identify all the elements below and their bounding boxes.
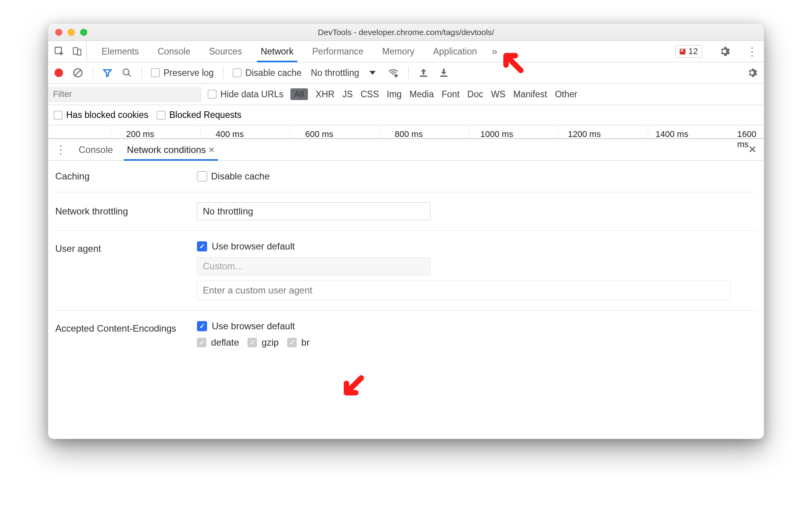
inspect-element-icon[interactable] — [54, 46, 65, 57]
disable-cache-checkbox[interactable]: Disable cache — [233, 68, 301, 78]
preserve-log-label: Preserve log — [163, 68, 214, 78]
svg-line-6 — [128, 74, 131, 77]
timeline-tick: 1600 ms — [737, 129, 764, 149]
export-har-icon[interactable] — [438, 67, 449, 78]
encodings-use-default[interactable]: Use browser default — [197, 321, 309, 332]
hide-data-urls-label: Hide data URLs — [220, 89, 283, 100]
titlebar: DevTools - developer.chrome.com/tags/dev… — [48, 24, 764, 41]
zoom-window-button[interactable] — [80, 29, 87, 36]
hide-data-urls-checkbox[interactable]: Hide data URLs — [208, 89, 283, 100]
drawer-tab-strip: ⋮ Console Network conditions ✕ ✕ — [48, 139, 764, 161]
category-js[interactable]: JS — [342, 89, 353, 100]
error-count: 12 — [689, 46, 698, 56]
chevron-down-icon — [369, 71, 376, 75]
network-conditions-icon[interactable] — [387, 67, 399, 79]
tab-performance[interactable]: Performance — [308, 41, 367, 62]
network-toolbar: Preserve log Disable cache No throttling — [48, 62, 764, 84]
checked-icon — [197, 321, 207, 331]
row-caching: Caching Disable cache — [55, 161, 757, 192]
tab-console[interactable]: Console — [154, 41, 194, 62]
close-window-button[interactable] — [55, 29, 62, 36]
timeline-tick: 1000 ms — [480, 129, 513, 139]
drawer-more-icon[interactable]: ⋮ — [55, 143, 67, 156]
tab-memory[interactable]: Memory — [378, 41, 418, 62]
svg-rect-2 — [77, 49, 81, 55]
filter-input[interactable] — [48, 87, 201, 102]
has-blocked-cookies-label: Has blocked cookies — [66, 110, 148, 120]
encoding-br: br — [287, 337, 309, 348]
record-button[interactable] — [54, 69, 63, 77]
disable-cache-label: Disable cache — [245, 68, 301, 78]
category-xhr[interactable]: XHR — [316, 89, 335, 100]
timeline-tick: 800 ms — [395, 129, 423, 139]
tabs-overflow-button[interactable]: » — [492, 46, 497, 58]
panel-settings-icon[interactable] — [747, 67, 758, 78]
network-conditions-panel: Caching Disable cache Network throttling… — [48, 161, 764, 370]
row-throttling: Network throttling No throttling — [55, 192, 757, 231]
category-css[interactable]: CSS — [360, 89, 379, 100]
import-har-icon[interactable] — [418, 67, 429, 78]
svg-rect-1 — [73, 47, 77, 54]
main-tab-strip: Elements Console Sources Network Perform… — [48, 41, 764, 62]
timeline-tick: 400 ms — [216, 129, 244, 139]
timeline-overview[interactable]: 200 ms 400 ms 600 ms 800 ms 1000 ms 1200… — [48, 125, 764, 139]
encoding-options: deflate gzip br — [197, 337, 309, 348]
category-media[interactable]: Media — [410, 89, 434, 100]
caching-disable-cache-label: Disable cache — [211, 171, 270, 182]
svg-point-5 — [123, 69, 129, 75]
tab-application[interactable]: Application — [429, 41, 481, 62]
checked-icon — [197, 338, 206, 347]
device-toolbar-icon[interactable] — [72, 46, 83, 57]
filter-toggle-icon[interactable] — [102, 68, 112, 78]
window-controls — [55, 29, 87, 36]
category-all[interactable]: All — [290, 88, 308, 100]
svg-rect-8 — [420, 76, 427, 77]
has-blocked-cookies-checkbox[interactable]: Has blocked cookies — [54, 110, 148, 120]
tab-elements[interactable]: Elements — [98, 41, 143, 62]
category-manifest[interactable]: Manifest — [513, 89, 547, 100]
throttling-select[interactable]: No throttling — [311, 68, 378, 78]
label-throttling: Network throttling — [55, 206, 183, 217]
label-encodings: Accepted Content-Encodings — [55, 321, 183, 334]
devtools-window: DevTools - developer.chrome.com/tags/dev… — [48, 23, 764, 439]
more-menu-icon[interactable]: ⋮ — [747, 45, 758, 58]
timeline-tick: 1200 ms — [568, 129, 601, 139]
category-font[interactable]: Font — [442, 89, 460, 100]
timeline-tick: 1400 ms — [656, 129, 688, 139]
drawer-tab-console[interactable]: Console — [76, 139, 115, 160]
label-user-agent: User agent — [55, 241, 183, 254]
settings-gear-icon[interactable] — [719, 46, 730, 57]
search-icon[interactable] — [122, 68, 132, 78]
user-agent-use-default[interactable]: Use browser default — [197, 241, 730, 252]
category-ws[interactable]: WS — [491, 89, 505, 100]
blocked-requests-label: Blocked Requests — [169, 110, 241, 120]
checked-icon — [248, 338, 257, 347]
timeline-tick: 200 ms — [126, 129, 154, 139]
preserve-log-checkbox[interactable]: Preserve log — [151, 68, 214, 78]
filter-row: Hide data URLs All XHR JS CSS Img Media … — [48, 84, 764, 105]
checked-icon — [287, 338, 297, 347]
minimize-window-button[interactable] — [68, 29, 75, 36]
encoding-gzip: gzip — [248, 337, 279, 348]
throttling-dropdown[interactable]: No throttling — [197, 202, 431, 220]
error-icon — [680, 49, 685, 54]
annotation-arrow-bottom — [340, 374, 365, 399]
drawer: ⋮ Console Network conditions ✕ ✕ Caching… — [48, 139, 764, 370]
encoding-deflate: deflate — [197, 337, 239, 348]
blocked-requests-checkbox[interactable]: Blocked Requests — [157, 110, 241, 120]
category-other[interactable]: Other — [555, 89, 577, 100]
tab-sources[interactable]: Sources — [205, 41, 246, 62]
category-img[interactable]: Img — [387, 89, 402, 100]
category-doc[interactable]: Doc — [468, 89, 483, 100]
clear-log-icon[interactable] — [72, 67, 83, 78]
error-count-chip[interactable]: 12 — [675, 45, 702, 58]
close-icon[interactable]: ✕ — [208, 145, 215, 155]
user-agent-custom-input — [197, 281, 730, 300]
drawer-tab-network-conditions[interactable]: Network conditions ✕ — [125, 139, 217, 160]
caching-disable-cache-checkbox[interactable]: Disable cache — [197, 171, 270, 182]
throttling-selected: No throttling — [203, 206, 253, 217]
row-user-agent: User agent Use browser default Custom... — [55, 231, 757, 311]
tab-network[interactable]: Network — [257, 41, 297, 62]
category-filters: All XHR JS CSS Img Media Font Doc WS Man… — [290, 88, 577, 100]
svg-line-4 — [75, 70, 81, 76]
